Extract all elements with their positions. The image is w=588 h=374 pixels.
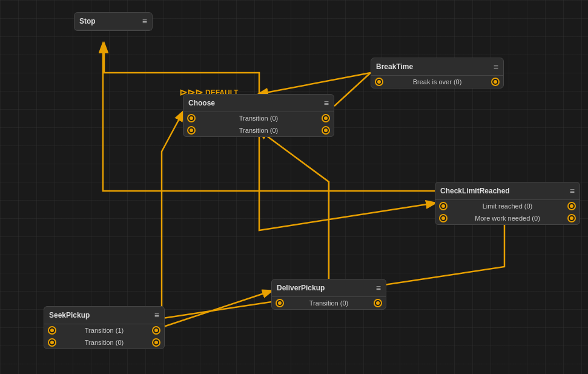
node-check-limit-title: CheckLimitReached [440, 187, 510, 195]
node-breaktime[interactable]: BreakTime ≡ Break is over (0) [371, 58, 504, 88]
node-check-limit-menu-icon[interactable]: ≡ [570, 186, 575, 196]
node-seek-pickup-title: SeekPickup [49, 311, 90, 319]
node-deliver-pickup-row-0: Transition (0) [272, 297, 386, 309]
port-choose-right-0[interactable] [322, 114, 330, 122]
node-breaktime-label-0: Break is over (0) [413, 78, 462, 85]
node-choose-label-0: Transition (0) [239, 115, 278, 122]
port-check-limit-left-0[interactable] [439, 202, 448, 210]
node-check-limit[interactable]: CheckLimitReached ≡ Limit reached (0) Mo… [435, 182, 580, 225]
node-choose-menu-icon[interactable]: ≡ [324, 98, 329, 108]
node-breaktime-title: BreakTime [376, 62, 413, 71]
port-choose-left-0[interactable] [187, 114, 196, 122]
port-seek-pickup-right-0[interactable] [152, 326, 160, 335]
node-choose-title: Choose [188, 99, 215, 107]
node-deliver-pickup-title: DeliverPickup [277, 284, 325, 292]
node-stop[interactable]: Stop ≡ [74, 12, 153, 31]
port-breaktime-left-0[interactable] [375, 78, 383, 86]
node-seek-pickup-label-0: Transition (1) [85, 327, 124, 334]
port-seek-pickup-left-1[interactable] [48, 338, 56, 347]
port-deliver-pickup-right-0[interactable] [374, 299, 382, 307]
node-stop-menu-icon[interactable]: ≡ [142, 16, 147, 26]
node-choose-header: Choose ≡ [183, 95, 334, 112]
node-choose-row-1: Transition (0) [183, 124, 334, 136]
node-deliver-pickup-label-0: Transition (0) [309, 299, 348, 307]
node-choose-label-1: Transition (0) [239, 127, 278, 134]
node-breaktime-menu-icon[interactable]: ≡ [494, 62, 498, 72]
node-deliver-pickup[interactable]: DeliverPickup ≡ Transition (0) [271, 279, 386, 310]
node-check-limit-label-1: More work needed (0) [475, 215, 540, 222]
port-deliver-pickup-left-0[interactable] [276, 299, 284, 307]
port-choose-left-1[interactable] [187, 126, 196, 135]
node-seek-pickup-row-0: Transition (1) [44, 324, 164, 336]
port-check-limit-left-1[interactable] [439, 214, 448, 222]
port-seek-pickup-right-1[interactable] [152, 338, 160, 347]
node-breaktime-header: BreakTime ≡ [371, 58, 503, 76]
node-stop-title: Stop [79, 17, 96, 25]
node-breaktime-row-0: Break is over (0) [371, 76, 503, 88]
node-deliver-pickup-menu-icon[interactable]: ≡ [376, 283, 381, 293]
node-choose-row-0: Transition (0) [183, 112, 334, 124]
node-deliver-pickup-header: DeliverPickup ≡ [272, 279, 386, 297]
port-check-limit-right-0[interactable] [567, 202, 576, 210]
port-seek-pickup-left-0[interactable] [48, 326, 56, 335]
node-seek-pickup-menu-icon[interactable]: ≡ [154, 310, 159, 320]
node-stop-header: Stop ≡ [74, 13, 152, 30]
node-seek-pickup-row-1: Transition (0) [44, 336, 164, 349]
node-check-limit-row-0: Limit reached (0) [435, 200, 580, 212]
node-seek-pickup[interactable]: SeekPickup ≡ Transition (1) Transition (… [44, 306, 165, 349]
port-check-limit-right-1[interactable] [567, 214, 576, 222]
node-check-limit-row-1: More work needed (0) [435, 212, 580, 224]
node-seek-pickup-label-1: Transition (0) [85, 339, 124, 346]
node-choose[interactable]: Choose ≡ Transition (0) Transition (0) [183, 94, 334, 137]
node-seek-pickup-header: SeekPickup ≡ [44, 307, 164, 324]
port-choose-right-1[interactable] [322, 126, 330, 135]
node-check-limit-header: CheckLimitReached ≡ [435, 182, 580, 200]
node-check-limit-label-0: Limit reached (0) [483, 202, 533, 210]
port-breaktime-right-0[interactable] [491, 78, 500, 86]
node-canvas: ⊳⊳⊳ DEFAULT Stop ≡ BreakTime ≡ Break is … [0, 0, 588, 374]
